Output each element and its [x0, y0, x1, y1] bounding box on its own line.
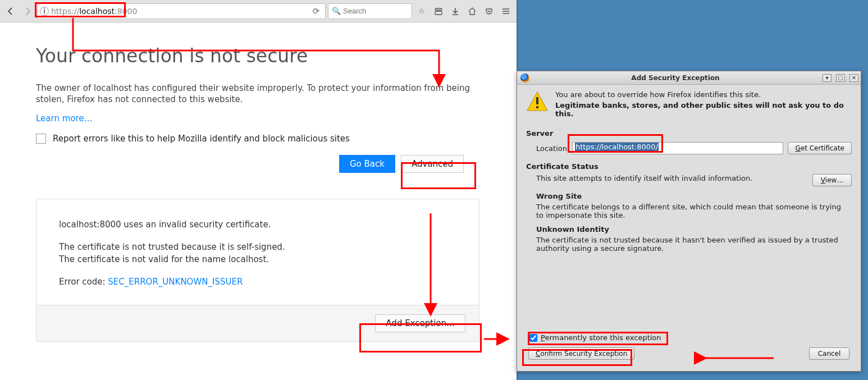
- downloads-icon[interactable]: [448, 4, 463, 19]
- window-maximize-button[interactable]: ▢: [836, 74, 845, 82]
- report-label: Report errors like this to help Mozilla …: [53, 134, 350, 144]
- home-icon[interactable]: [465, 4, 479, 19]
- permanently-store-label: Permanently store this exception: [541, 333, 661, 342]
- page-title: Your connection is not secure: [36, 45, 517, 67]
- svg-rect-3: [536, 97, 538, 104]
- firefox-window: i https://localhost:8000 ⟳ 🔍 ☆: [0, 0, 517, 380]
- url-bar[interactable]: i https://localhost:8000 ⟳: [37, 3, 326, 19]
- permanently-store-checkbox[interactable]: [529, 334, 537, 342]
- bookmark-star-icon[interactable]: ☆: [414, 4, 429, 19]
- window-minimize-button[interactable]: ▾: [823, 74, 832, 82]
- search-bar[interactable]: 🔍: [328, 3, 412, 19]
- svg-rect-1: [435, 11, 442, 15]
- location-value: https://localhost:8000/: [575, 143, 659, 151]
- back-button[interactable]: [3, 4, 18, 19]
- window-close-button[interactable]: ✕: [849, 74, 858, 82]
- advanced-button[interactable]: Advanced: [401, 155, 464, 173]
- wrong-site-text: The certificate belongs to a different s…: [536, 203, 851, 219]
- svg-rect-0: [435, 8, 442, 10]
- dialog-title: Add Security Exception: [533, 74, 818, 82]
- dialog-intro1: You are about to override how Firefox id…: [555, 90, 852, 99]
- confirm-exception-button[interactable]: Confirm Security Exception: [528, 347, 634, 360]
- error-code-link[interactable]: SEC_ERROR_UNKNOWN_ISSUER: [108, 277, 243, 287]
- warning-icon: [526, 90, 549, 113]
- svg-rect-4: [536, 106, 538, 108]
- search-icon: 🔍: [332, 7, 341, 15]
- advanced-panel: localhost:8000 uses an invalid security …: [36, 199, 479, 342]
- menu-icon[interactable]: [499, 4, 513, 19]
- error-code-row: Error code: SEC_ERROR_UNKNOWN_ISSUER: [59, 277, 456, 287]
- get-certificate-button[interactable]: Get Certificate: [788, 142, 852, 154]
- library-icon[interactable]: [431, 4, 446, 19]
- cert-status-text: This site attempts to identify itself wi…: [536, 174, 752, 182]
- firefox-icon: [520, 74, 529, 83]
- page-content: Your connection is not secure The owner …: [0, 22, 517, 380]
- adv-line1: localhost:8000 uses an invalid security …: [59, 219, 456, 230]
- report-checkbox[interactable]: [36, 134, 46, 144]
- adv-line2: The certificate is not trusted because i…: [59, 242, 456, 252]
- cert-status-heading: Certificate Status: [526, 162, 852, 171]
- learn-more-link[interactable]: Learn more…: [36, 113, 93, 123]
- location-input[interactable]: https://localhost:8000/: [572, 142, 783, 154]
- wrong-site-heading: Wrong Site: [536, 192, 852, 200]
- report-errors-row: Report errors like this to help Mozilla …: [36, 134, 517, 144]
- cancel-button[interactable]: Cancel: [809, 347, 849, 360]
- dialog-intro2: Legitimate banks, stores, and other publ…: [555, 101, 852, 118]
- dialog-titlebar: Add Security Exception ▾ ▢ ✕: [517, 71, 861, 85]
- location-label: Location:: [536, 144, 568, 153]
- reload-button[interactable]: ⟳: [309, 6, 323, 16]
- add-security-exception-dialog: Add Security Exception ▾ ▢ ✕ You are abo…: [517, 71, 861, 372]
- toolbar: i https://localhost:8000 ⟳ 🔍 ☆: [0, 0, 517, 22]
- pocket-icon[interactable]: [482, 4, 496, 19]
- unknown-identity-heading: Unknown Identity: [536, 225, 852, 234]
- error-description: The owner of localhost has configured th…: [36, 83, 479, 106]
- go-back-button[interactable]: Go Back: [339, 155, 395, 173]
- adv-line3: The certificate is not valid for the nam…: [59, 254, 456, 264]
- view-cert-button[interactable]: View…: [812, 174, 852, 186]
- server-heading: Server: [526, 129, 852, 138]
- forward-button[interactable]: [20, 4, 35, 19]
- unknown-identity-text: The certificate is not trusted because i…: [536, 236, 851, 253]
- add-exception-button[interactable]: Add Exception…: [375, 314, 465, 332]
